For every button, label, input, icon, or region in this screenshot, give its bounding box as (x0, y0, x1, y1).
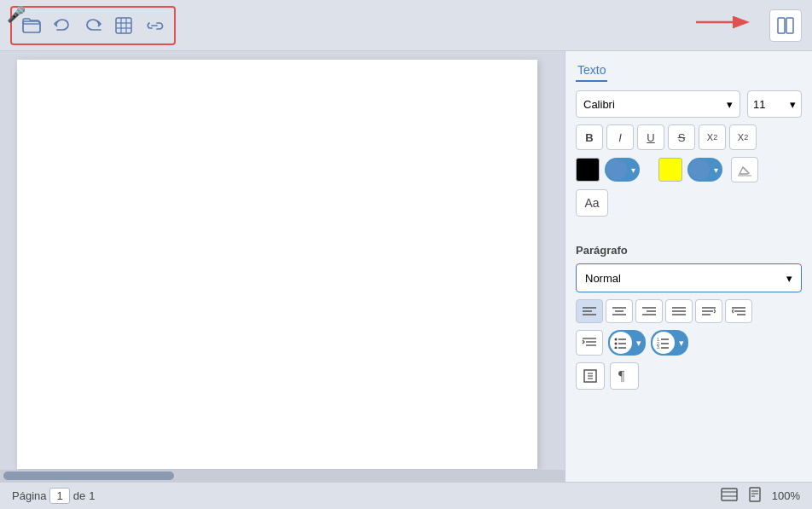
align-justify-button[interactable] (665, 299, 693, 323)
main-area: Texto Calibri ▾ 11 ▾ B I U S X2 X2 (0, 51, 812, 482)
status-bar: Página 1 de 1 100% (0, 482, 812, 509)
color-eraser-button[interactable] (731, 157, 758, 182)
right-panel: Texto Calibri ▾ 11 ▾ B I U S X2 X2 (565, 51, 812, 482)
redo-button[interactable] (78, 11, 107, 40)
highlight-color-swatch[interactable] (658, 158, 682, 182)
undo-button[interactable] (48, 11, 77, 40)
print-view-icon[interactable] (746, 487, 763, 506)
superscript-button[interactable]: X2 (699, 124, 726, 150)
svg-point-35 (615, 347, 618, 350)
highlight-color-toggle[interactable]: ▾ (687, 158, 722, 182)
view-mode-icon[interactable] (721, 488, 738, 505)
alignment-row (576, 299, 802, 323)
color-row: ▾ ▾ (576, 157, 802, 182)
numbered-list-arrow: ▾ (676, 338, 687, 349)
page-total: 1 (89, 489, 95, 502)
scroll-thumb[interactable] (3, 471, 174, 480)
link-button[interactable] (140, 11, 169, 40)
align-distributed-button[interactable] (695, 299, 722, 323)
subscript-button[interactable]: X2 (729, 124, 757, 150)
page-current: 1 (49, 488, 69, 504)
text-color-swatch[interactable] (576, 158, 600, 182)
text-section: Texto Calibri ▾ 11 ▾ B I U S X2 X2 (566, 51, 812, 232)
align-distributed-right-button[interactable] (725, 299, 752, 323)
table-button[interactable] (109, 11, 138, 40)
text-color-active (606, 159, 627, 180)
bullet-list-toggle[interactable]: ▾ (608, 330, 646, 356)
paragraph-label: Parágrafo (576, 244, 802, 257)
paragraph-section: Parágrafo Normal ▾ (566, 232, 812, 398)
font-size-select[interactable]: 11 ▾ (747, 90, 802, 118)
paragraph-border-button[interactable] (576, 362, 605, 390)
svg-point-33 (615, 343, 618, 345)
toolbar-btn-group (10, 6, 176, 45)
indent-button[interactable] (576, 330, 603, 356)
align-right-button[interactable] (635, 299, 663, 323)
numbered-list-icon: 1. 2. 3. (652, 332, 675, 354)
bold-button[interactable]: B (576, 124, 603, 150)
toolbar-left (10, 6, 176, 45)
mic-icon[interactable]: 🎤 (7, 5, 26, 24)
page-label: Página (12, 489, 46, 502)
format-row: B I U S X2 X2 (576, 124, 802, 150)
highlight-color-active (689, 159, 710, 180)
bullet-list-arrow: ▾ (634, 338, 644, 349)
bullet-list-icon (610, 332, 632, 354)
list-row: ▾ 1. 2. 3. ▾ (576, 330, 802, 356)
extra-row: ¶ (576, 362, 802, 390)
canvas-area (0, 51, 565, 482)
numbered-list-toggle[interactable]: 1. 2. 3. ▾ (651, 330, 688, 356)
underline-button[interactable]: U (637, 124, 664, 150)
text-color-toggle[interactable]: ▾ (605, 158, 640, 182)
zoom-level: 100% (772, 489, 800, 502)
strikethrough-button[interactable]: S (668, 124, 695, 150)
svg-point-31 (615, 338, 618, 341)
horizontal-scrollbar[interactable] (0, 470, 565, 482)
show-formatting-button[interactable]: ¶ (610, 362, 639, 390)
arrow-indicator (696, 9, 756, 41)
status-right: 100% (721, 487, 800, 506)
svg-rect-0 (23, 21, 40, 32)
svg-rect-9 (786, 18, 793, 33)
align-center-button[interactable] (606, 299, 633, 323)
svg-text:¶: ¶ (618, 368, 625, 383)
character-styles-button[interactable]: Aa (576, 189, 608, 217)
aa-row: Aa (576, 189, 802, 217)
toolbar-right (696, 9, 802, 42)
align-left-button[interactable] (576, 299, 603, 323)
italic-button[interactable]: I (606, 124, 634, 150)
text-color-toggle-arrow: ▾ (629, 165, 638, 175)
svg-rect-51 (750, 488, 760, 501)
view-toggle-button[interactable] (769, 9, 802, 42)
svg-rect-48 (722, 489, 737, 500)
page-info: Página 1 de 1 (12, 488, 95, 504)
paragraph-style-select[interactable]: Normal ▾ (576, 263, 802, 292)
svg-text:3.: 3. (657, 344, 660, 349)
page-separator: de (73, 489, 85, 502)
page-canvas[interactable] (17, 60, 537, 469)
toolbar (0, 0, 812, 51)
highlight-color-toggle-arrow: ▾ (711, 165, 721, 175)
tab-texto[interactable]: Texto (576, 60, 607, 82)
svg-rect-8 (778, 18, 785, 33)
svg-rect-1 (116, 18, 131, 33)
font-family-select[interactable]: Calibri ▾ (576, 90, 740, 118)
font-row: Calibri ▾ 11 ▾ (576, 90, 802, 118)
